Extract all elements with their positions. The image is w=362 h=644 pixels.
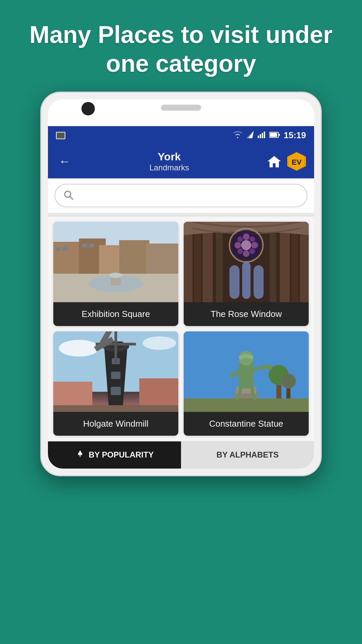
prev-cards-strip: [48, 213, 314, 216]
search-container: [48, 178, 314, 213]
svg-rect-68: [53, 405, 178, 412]
svg-point-74: [281, 374, 296, 388]
svg-point-42: [238, 236, 243, 242]
place-card-holgate-windmill[interactable]: Holgate Windmill: [53, 331, 178, 436]
svg-point-45: [250, 249, 255, 254]
svg-point-41: [251, 242, 258, 249]
sort-by-alphabets-tab[interactable]: BY ALPHABETS: [181, 441, 314, 469]
svg-rect-16: [119, 240, 149, 275]
status-left: [56, 132, 65, 139]
svg-rect-3: [264, 131, 265, 138]
sort-by-popularity-tab[interactable]: BY POPULARITY: [48, 441, 181, 469]
svg-point-37: [241, 240, 251, 250]
app-bar-title: York Landmarks: [73, 151, 265, 172]
status-image-icon: [56, 132, 65, 139]
svg-rect-1: [260, 134, 261, 138]
place-card-exhibition-square[interactable]: Exhibition Square: [53, 222, 178, 326]
svg-point-25: [109, 273, 123, 278]
place-image-rose-window: [184, 222, 309, 302]
sort-alphabets-label: BY ALPHABETS: [217, 450, 279, 460]
place-card-constantine-statue[interactable]: Constantine Statue: [184, 331, 309, 436]
battery-icon: [269, 131, 280, 140]
svg-rect-61: [111, 387, 121, 395]
wifi-icon: [233, 131, 242, 140]
app-bar-city: York: [73, 151, 265, 163]
svg-rect-60: [111, 372, 121, 379]
svg-rect-29: [203, 222, 213, 302]
svg-point-39: [243, 250, 250, 257]
time-display: 15:19: [284, 130, 306, 141]
svg-rect-5: [270, 133, 277, 137]
app-bar-category: Landmarks: [73, 163, 265, 172]
phone-mockup: 15:19 ← York Landmarks EV: [40, 92, 322, 476]
phone-screen: 15:19 ← York Landmarks EV: [48, 99, 314, 469]
svg-rect-17: [146, 244, 179, 275]
bottom-sort-tabs: BY POPULARITY BY ALPHABETS: [48, 441, 314, 469]
svg-rect-34: [270, 222, 277, 302]
svg-rect-70: [184, 398, 309, 412]
status-bar: 15:19: [48, 126, 314, 145]
svg-point-54: [143, 336, 176, 350]
svg-rect-51: [254, 265, 264, 299]
place-label-rose-window: The Rose Window: [184, 302, 309, 326]
sort-arrows-icon: [75, 449, 85, 461]
phone-speaker: [161, 105, 201, 111]
svg-text:EV: EV: [292, 158, 302, 166]
app-bar-actions: EV: [265, 152, 306, 171]
app-bar: ← York Landmarks EV: [48, 145, 314, 178]
search-input[interactable]: [79, 190, 299, 201]
ev-logo-button[interactable]: EV: [287, 152, 306, 171]
svg-rect-19: [62, 247, 67, 251]
place-image-constantine-statue: [184, 331, 309, 412]
svg-point-40: [235, 242, 241, 249]
signal-icon-2: [258, 131, 265, 140]
svg-point-44: [238, 249, 243, 254]
svg-point-53: [59, 340, 99, 357]
svg-rect-0: [258, 136, 259, 138]
back-button[interactable]: ←: [56, 152, 73, 171]
phone-camera: [81, 102, 95, 115]
place-label-exhibition-square: Exhibition Square: [53, 302, 178, 326]
svg-rect-6: [279, 134, 280, 136]
svg-rect-18: [56, 247, 61, 251]
home-button[interactable]: [265, 152, 283, 170]
status-right: 15:19: [233, 130, 306, 141]
search-bar[interactable]: [55, 184, 307, 207]
page-header: Many Places to visit under one category: [0, 0, 362, 92]
sort-popularity-label: BY POPULARITY: [88, 450, 154, 460]
place-image-holgate-windmill: [53, 331, 178, 412]
svg-line-10: [70, 197, 73, 199]
place-label-constantine-statue: Constantine Statue: [184, 412, 309, 436]
svg-rect-2: [262, 133, 263, 138]
svg-rect-33: [216, 222, 223, 302]
place-card-rose-window[interactable]: The Rose Window: [184, 222, 309, 326]
svg-rect-30: [280, 222, 290, 302]
page-title: Many Places to visit under one category: [13, 20, 349, 78]
svg-rect-15: [99, 245, 119, 275]
place-label-holgate-windmill: Holgate Windmill: [53, 412, 178, 436]
svg-rect-20: [82, 244, 87, 248]
svg-rect-21: [89, 244, 94, 248]
svg-rect-50: [242, 262, 251, 299]
search-icon: [63, 190, 73, 201]
places-grid: Exhibition Square: [48, 216, 314, 441]
svg-point-43: [250, 236, 255, 242]
svg-point-38: [243, 233, 250, 240]
place-image-exhibition-square: [53, 222, 178, 302]
svg-rect-49: [230, 265, 240, 299]
signal-icon: [246, 131, 254, 140]
